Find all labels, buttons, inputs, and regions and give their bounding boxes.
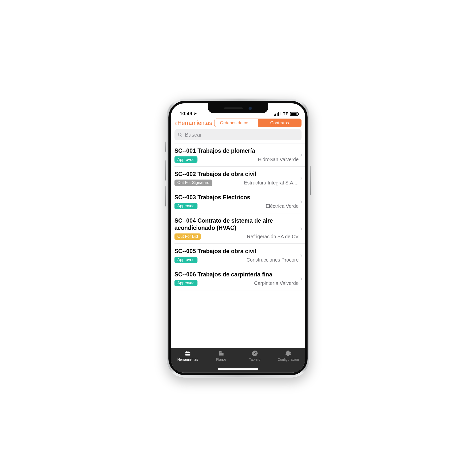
chevron-right-icon: ›	[300, 252, 302, 259]
tab-settings[interactable]: Configuración	[271, 350, 305, 372]
back-button[interactable]: ‹ Herramientas	[175, 119, 212, 126]
phone-screen: 10:49 ➤ LTE ‹ Herramientas Órdenes de co…	[171, 103, 305, 373]
location-arrow-icon: ➤	[194, 111, 197, 116]
contract-row[interactable]: SC--003 Trabajos ElectricosApprovedEléct…	[171, 190, 305, 213]
contract-row[interactable]: SC--001 Trabajos de plomeríaApprovedHidr…	[171, 143, 305, 166]
svg-line-1	[181, 136, 182, 137]
svg-rect-2	[185, 352, 190, 356]
gear-icon	[285, 350, 292, 357]
blueprint-icon	[218, 350, 225, 357]
contract-row[interactable]: SC--002 Trabajos de obra civilOut For Si…	[171, 167, 305, 190]
segment-orders[interactable]: Órdenes de co…	[215, 119, 258, 127]
contract-company: Construcciones Procore	[200, 257, 298, 263]
nav-bar: ‹ Herramientas Órdenes de co… Contratos	[171, 117, 305, 129]
svg-rect-3	[187, 351, 189, 352]
status-badge: Approved	[175, 280, 198, 286]
contract-company: Carpintería Valverde	[200, 280, 298, 286]
contract-title: SC--006 Trabajos de carpintería fina	[175, 271, 299, 278]
svg-rect-4	[185, 353, 190, 354]
network-label: LTE	[280, 112, 289, 117]
contract-title: SC--002 Trabajos de obra civil	[175, 170, 299, 178]
contract-company: Estructura Integral S.A....	[215, 180, 299, 186]
search-field[interactable]	[175, 129, 302, 140]
home-indicator[interactable]	[218, 368, 258, 370]
status-badge: Approved	[175, 257, 198, 263]
battery-icon	[290, 112, 298, 116]
chevron-left-icon: ‹	[175, 119, 177, 126]
status-badge: Out For Bid	[175, 233, 201, 240]
status-badge: Approved	[175, 203, 198, 209]
gauge-icon	[251, 350, 258, 357]
contract-title: SC--004 Contrato de sistema de aire acon…	[175, 217, 299, 231]
tab-settings-label: Configuración	[278, 358, 299, 362]
segment-contracts[interactable]: Contratos	[258, 119, 301, 127]
contract-company: Eléctrica Verde	[200, 203, 298, 209]
contract-row[interactable]: SC--005 Trabajos de obra civilApprovedCo…	[171, 244, 305, 267]
search-icon	[178, 132, 182, 137]
chevron-right-icon: ›	[300, 225, 302, 232]
tab-tools-label: Herramientas	[178, 358, 198, 362]
search-input[interactable]	[185, 132, 298, 138]
cellular-signal-icon	[274, 112, 279, 116]
device-notch	[208, 103, 268, 113]
status-badge: Out For Signature	[175, 180, 212, 186]
svg-point-6	[254, 353, 255, 354]
tab-tools[interactable]: Herramientas	[171, 350, 205, 372]
contract-company: Refrigeración SA de CV	[204, 234, 298, 239]
contract-title: SC--005 Trabajos de obra civil	[175, 247, 299, 255]
tab-plans-label: Planos	[216, 358, 227, 362]
segment-orders-label: Órdenes de co…	[220, 120, 253, 125]
contracts-list[interactable]: SC--001 Trabajos de plomeríaApprovedHidr…	[171, 143, 305, 348]
segmented-control: Órdenes de co… Contratos	[214, 119, 302, 127]
tab-dashboard-label: Tablero	[249, 358, 261, 362]
segment-contracts-label: Contratos	[270, 120, 289, 125]
contract-row[interactable]: SC--004 Contrato de sistema de aire acon…	[171, 213, 305, 243]
contract-company: HidroSan Valverde	[200, 157, 298, 162]
status-badge: Approved	[175, 156, 198, 163]
chevron-right-icon: ›	[300, 151, 302, 158]
chevron-right-icon: ›	[300, 175, 302, 182]
contract-title: SC--001 Trabajos de plomería	[175, 147, 299, 154]
back-label: Herramientas	[178, 119, 212, 126]
chevron-right-icon: ›	[300, 198, 302, 205]
chevron-right-icon: ›	[300, 275, 302, 282]
contract-row[interactable]: SC--006 Trabajos de carpintería finaAppr…	[171, 267, 305, 290]
briefcase-icon	[184, 350, 191, 357]
contract-title: SC--003 Trabajos Electricos	[175, 194, 299, 201]
status-time: 10:49	[180, 111, 192, 117]
